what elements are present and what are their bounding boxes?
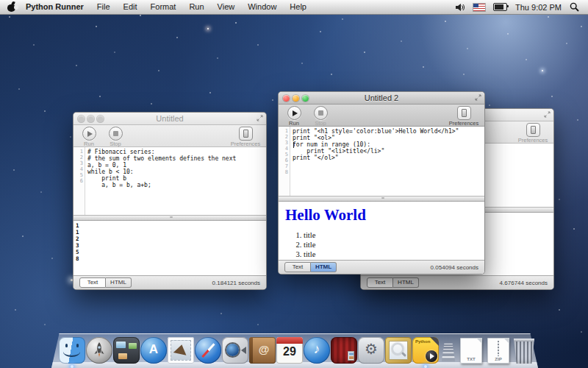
zip-document-icon[interactable]: ZIP xyxy=(487,338,509,364)
window-title: Untitled 2 xyxy=(279,93,484,102)
close-button[interactable] xyxy=(78,116,85,122)
minimize-button[interactable] xyxy=(293,95,299,102)
text-tab[interactable]: Text xyxy=(284,262,311,272)
preferences-label: Preferences xyxy=(231,141,260,147)
line-number: 4 xyxy=(74,166,83,172)
window2-code-editor[interactable]: 1 2 3 4 5 6 7 8 print "<h1 style='color:… xyxy=(279,127,484,196)
window1-bottom-bar: Text HTML 0.184121 seconds xyxy=(74,275,266,289)
output-line: 8 xyxy=(74,255,266,262)
trash-icon[interactable] xyxy=(512,339,536,364)
run-timing: 4.676744 seconds xyxy=(500,280,548,286)
python-runner-icon[interactable]: Python xyxy=(412,337,439,364)
window1-titlebar[interactable]: Untitled xyxy=(74,113,266,125)
preferences-label: Preferences xyxy=(518,137,548,144)
zoom-button[interactable] xyxy=(302,95,309,102)
facetime-icon[interactable] xyxy=(222,337,248,364)
zoom-button[interactable] xyxy=(97,116,104,122)
menu-help[interactable]: Help xyxy=(283,0,313,14)
running-indicator xyxy=(71,365,74,368)
window1-traffic-lights xyxy=(78,116,104,122)
battery-icon[interactable] xyxy=(493,3,507,11)
line-number: 3 xyxy=(279,140,288,146)
address-book-icon[interactable]: @ xyxy=(249,337,276,364)
window2-output-html[interactable]: Hello World title title title title titl… xyxy=(279,202,484,260)
menu-window[interactable]: Window xyxy=(241,0,283,14)
output-line: 1 xyxy=(74,222,266,229)
desktop: Python Runner File Edit Format Run View … xyxy=(0,0,588,368)
mission-control-icon[interactable] xyxy=(113,337,140,364)
photo-booth-icon[interactable] xyxy=(331,337,357,364)
mail-icon[interactable] xyxy=(168,337,194,364)
stop-button[interactable]: Stop xyxy=(311,106,330,127)
output-line: 3 xyxy=(74,242,266,249)
code-line: print "</ol>" xyxy=(293,155,484,161)
window1-code-editor[interactable]: 1 2 3 4 5 6 # Fibonacci series: # the su… xyxy=(74,147,266,215)
code-line: for num in range (10): xyxy=(293,141,484,148)
preferences-button[interactable]: Preferences xyxy=(517,123,549,144)
preferences-button[interactable]: Preferences xyxy=(448,106,480,127)
run-button[interactable]: Run xyxy=(284,106,304,127)
window1-toolbar: Run Stop Preferences xyxy=(74,125,266,147)
html-tab[interactable]: HTML xyxy=(393,277,419,288)
close-button[interactable] xyxy=(283,95,290,102)
system-preferences-icon[interactable]: ⚙ xyxy=(358,337,384,364)
output-mode-switch: Text HTML xyxy=(284,262,337,272)
line-number-gutter: 1 2 3 4 5 6 xyxy=(74,147,85,215)
preferences-button[interactable]: Preferences xyxy=(229,127,262,147)
line-number: 6 xyxy=(279,158,288,163)
menu-format[interactable]: Format xyxy=(144,0,183,14)
run-button[interactable]: Run xyxy=(79,127,98,147)
code-line: # Fibonacci series: xyxy=(87,149,266,155)
window2-bottom-bar: Text HTML 0.054094 seconds xyxy=(279,260,484,274)
preferences-label: Preferences xyxy=(449,120,478,127)
menu-edit[interactable]: Edit xyxy=(117,0,144,14)
html-tab[interactable]: HTML xyxy=(311,262,337,272)
menu-app-name[interactable]: Python Runner xyxy=(19,0,90,14)
menu-clock[interactable]: Thu 9:02 PM xyxy=(515,3,562,12)
fullscreen-icon[interactable] xyxy=(257,115,263,121)
line-number: 7 xyxy=(279,163,288,169)
finder-icon[interactable] xyxy=(59,337,85,364)
code-line: print "<h1 style='color:blue'>Hello Worl… xyxy=(293,128,484,135)
calendar-icon[interactable]: 29 xyxy=(276,337,303,364)
volume-icon[interactable] xyxy=(455,3,465,12)
code-line: print "<li>title</li>" xyxy=(293,148,484,155)
menu-file[interactable]: File xyxy=(90,0,117,14)
fullscreen-icon[interactable] xyxy=(544,111,551,118)
launchpad-icon[interactable] xyxy=(86,337,112,364)
text-tab[interactable]: Text xyxy=(79,277,106,288)
spotlight-icon[interactable] xyxy=(570,2,579,12)
window2-titlebar[interactable]: Untitled 2 xyxy=(279,92,484,105)
txt-document-icon[interactable]: TXT xyxy=(460,338,482,364)
window2-splitter[interactable] xyxy=(279,196,484,202)
window1-output[interactable]: 1 1 2 3 5 8 xyxy=(74,221,266,275)
menu-view[interactable]: View xyxy=(211,0,242,14)
rendered-ordered-list: title title title title title title xyxy=(279,231,484,260)
window-untitled: Untitled Run Stop Preferences 1 2 xyxy=(73,112,267,290)
us-flag-icon[interactable] xyxy=(473,4,485,11)
txt-label: TXT xyxy=(460,357,482,361)
text-tab[interactable]: Text xyxy=(367,277,393,288)
list-item: title xyxy=(304,250,484,260)
output-line: 5 xyxy=(74,249,266,255)
itunes-icon[interactable]: ♪ xyxy=(304,337,330,364)
line-number: 1 xyxy=(74,149,83,155)
window2-traffic-lights xyxy=(283,95,309,102)
run-timing: 0.184121 seconds xyxy=(212,280,260,286)
line-number: 4 xyxy=(279,146,288,152)
app-store-icon[interactable]: A xyxy=(140,337,167,364)
html-tab[interactable]: HTML xyxy=(106,277,132,288)
safari-icon[interactable] xyxy=(195,337,221,364)
window1-splitter[interactable] xyxy=(74,215,266,221)
menu-bar: Python Runner File Edit Format Run View … xyxy=(0,0,588,15)
fullscreen-icon[interactable] xyxy=(475,94,481,101)
minimize-button[interactable] xyxy=(87,116,94,122)
apple-menu-icon[interactable] xyxy=(7,2,16,12)
code-line: # the sum of two elements defines the ne… xyxy=(87,155,266,162)
dock-items: A @ 29 ♪ ⚙ Python TXT ZIP xyxy=(59,337,536,364)
preview-icon[interactable] xyxy=(385,337,412,364)
code-line: a, b = b, a+b; xyxy=(87,182,266,188)
menu-run[interactable]: Run xyxy=(182,0,210,14)
preferences-icon xyxy=(457,106,471,120)
stop-button[interactable]: Stop xyxy=(106,127,125,147)
